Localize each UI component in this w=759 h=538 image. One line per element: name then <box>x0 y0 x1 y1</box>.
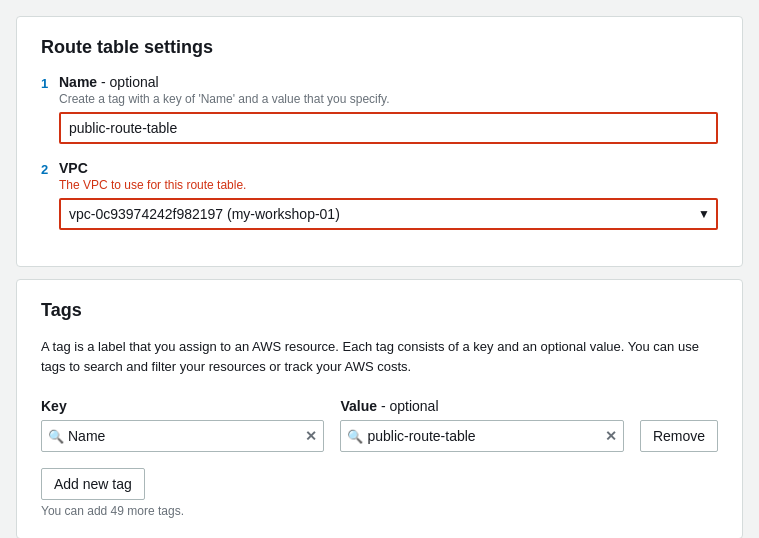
step-2-label: 2 <box>41 160 59 177</box>
tag-key-input-wrapper: 🔍 ✕ <box>41 420 324 452</box>
vpc-label: VPC <box>59 160 718 176</box>
name-field-group: 1 Name - optional Create a tag with a ke… <box>41 74 718 144</box>
name-input[interactable] <box>59 112 718 144</box>
step-1-label: 1 <box>41 74 59 91</box>
close-icon[interactable]: ✕ <box>305 428 317 444</box>
search-icon: 🔍 <box>48 429 64 444</box>
route-table-settings-card: Route table settings 1 Name - optional C… <box>16 16 743 267</box>
tag-value-input-wrapper: 🔍 ✕ <box>340 420 623 452</box>
vpc-field-group: 2 VPC The VPC to use for this route tabl… <box>41 160 718 230</box>
remove-tag-button[interactable]: Remove <box>640 420 718 452</box>
tag-value-input[interactable] <box>367 428 600 444</box>
page-wrapper: Route table settings 1 Name - optional C… <box>0 0 759 538</box>
tag-action-column: Remove <box>640 392 718 452</box>
close-value-icon[interactable]: ✕ <box>605 428 617 444</box>
tags-card: Tags A tag is a label that you assign to… <box>16 279 743 538</box>
tags-description: A tag is a label that you assign to an A… <box>41 337 718 376</box>
settings-title: Route table settings <box>41 37 718 58</box>
search-icon-value: 🔍 <box>347 429 363 444</box>
value-column-header: Value - optional <box>340 398 623 414</box>
vpc-field-content: VPC The VPC to use for this route table.… <box>59 160 718 230</box>
tag-key-input[interactable] <box>68 428 301 444</box>
tags-row: Key 🔍 ✕ Value - optional 🔍 ✕ <box>41 392 718 452</box>
vpc-select[interactable]: vpc-0c93974242f982197 (my-workshop-01) <box>59 198 718 230</box>
name-description: Create a tag with a key of 'Name' and a … <box>59 92 718 106</box>
name-label: Name - optional <box>59 74 718 90</box>
tags-limit-text: You can add 49 more tags. <box>41 504 718 518</box>
key-column-header: Key <box>41 398 324 414</box>
tag-value-column: Value - optional 🔍 ✕ <box>340 398 623 452</box>
vpc-select-wrapper: vpc-0c93974242f982197 (my-workshop-01) ▼ <box>59 198 718 230</box>
name-field-content: Name - optional Create a tag with a key … <box>59 74 718 144</box>
add-tag-button[interactable]: Add new tag <box>41 468 145 500</box>
vpc-description: The VPC to use for this route table. <box>59 178 718 192</box>
tag-key-column: Key 🔍 ✕ <box>41 398 324 452</box>
tags-title: Tags <box>41 300 718 321</box>
